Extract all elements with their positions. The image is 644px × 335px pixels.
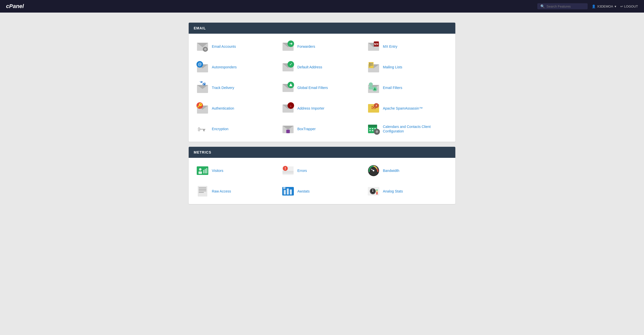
feature-item-awstats[interactable]: Awstats [279, 181, 365, 202]
svg-rect-72 [206, 168, 207, 173]
feature-item-visitors[interactable]: Visitors [194, 160, 279, 181]
svg-rect-86 [199, 192, 204, 193]
brand-text: cPanel [6, 3, 24, 9]
encryption-label: Encryption [212, 127, 228, 131]
feature-item-mx-entry[interactable]: MX MX Entry [365, 36, 450, 57]
feature-item-email-accounts[interactable]: ⚙ Email Accounts [194, 36, 279, 57]
svg-text:✓: ✓ [289, 62, 293, 66]
svg-rect-61 [372, 128, 373, 129]
svg-text:↓: ↓ [290, 104, 292, 108]
global-email-filters-icon [282, 81, 294, 94]
main-content: EMAIL ⚙ Email Accounts [189, 18, 455, 214]
feature-item-global-email-filters[interactable]: Global Email Filters [279, 77, 365, 98]
feature-item-mailing-lists[interactable]: 1 2 3 Mailing Lists [365, 57, 450, 77]
svg-text:@: @ [198, 62, 202, 66]
feature-item-apache-spamassassin[interactable]: ✉ ✗ Apache SpamAssassin™ [365, 98, 450, 119]
svg-point-96 [372, 191, 373, 192]
feature-item-analog-stats[interactable]: Analog Stats [365, 181, 450, 202]
autoresponders-label: Autoresponders [212, 65, 237, 69]
svg-rect-90 [290, 189, 292, 195]
svg-rect-70 [203, 170, 204, 173]
svg-text:MX: MX [374, 42, 379, 46]
boxtrapper-label: BoxTrapper [297, 127, 316, 131]
metrics-header-text: METRICS [194, 150, 211, 154]
feature-item-boxtrapper[interactable]: BoxTrapper [279, 119, 365, 139]
svg-text:!: ! [285, 166, 286, 170]
track-delivery-icon: 🐾 [196, 81, 209, 94]
feature-item-autoresponders[interactable]: @ Autoresponders [194, 57, 279, 77]
email-accounts-label: Email Accounts [212, 44, 236, 49]
search-input[interactable] [547, 5, 585, 8]
address-importer-label: Address Importer [297, 106, 324, 111]
svg-rect-97 [376, 192, 378, 195]
forwarders-icon: ➜ [282, 40, 294, 53]
metrics-section: METRICS Visitors [189, 147, 455, 204]
email-section: EMAIL ⚙ Email Accounts [189, 23, 455, 142]
svg-point-68 [199, 168, 202, 171]
svg-rect-60 [369, 128, 371, 129]
svg-text:🐾: 🐾 [199, 81, 206, 86]
feature-item-encryption[interactable]: 🗝 Encryption [194, 119, 279, 139]
mx-entry-label: MX Entry [383, 44, 397, 49]
svg-rect-75 [283, 172, 294, 173]
analog-stats-label: Analog Stats [383, 189, 403, 194]
feature-item-address-importer[interactable]: ↓ Address Importer [279, 98, 365, 119]
svg-rect-83 [199, 187, 206, 188]
errors-label: Errors [297, 168, 307, 173]
feature-item-forwarders[interactable]: ➜ Forwarders [279, 36, 365, 57]
search-box[interactable]: 🔍 [537, 3, 588, 9]
autoresponders-icon: @ [196, 61, 209, 73]
search-icon: 🔍 [540, 4, 545, 8]
logout-button[interactable]: ↩ LOGOUT [620, 5, 638, 8]
errors-icon: ! [282, 164, 294, 177]
feature-item-bandwidth[interactable]: Bandwidth [365, 160, 450, 181]
svg-rect-39 [369, 86, 373, 89]
metrics-section-body: Visitors ! Errors [189, 158, 455, 204]
encryption-icon: 🗝 [196, 123, 209, 135]
feature-item-calendars-contacts[interactable]: ⚙ Calendars and Contacts Client Configur… [365, 119, 450, 139]
svg-rect-88 [284, 190, 286, 195]
svg-text:➜: ➜ [289, 41, 293, 46]
bandwidth-label: Bandwidth [383, 168, 399, 173]
mailing-lists-icon: 1 2 3 [367, 61, 380, 73]
brand-logo: cPanel [6, 3, 24, 10]
email-header-text: EMAIL [194, 26, 206, 30]
email-section-body: ⚙ Email Accounts ➜ Forwarders [189, 34, 455, 142]
svg-rect-63 [369, 130, 371, 131]
calendars-contacts-icon: ⚙ [367, 123, 380, 135]
chevron-down-icon: ▾ [615, 5, 616, 8]
navbar: cPanel 🔍 👤 X3DEMOA ▾ ↩ LOGOUT [0, 0, 644, 13]
svg-point-81 [373, 170, 374, 171]
mailing-lists-label: Mailing Lists [383, 65, 402, 69]
feature-item-authentication[interactable]: 🔑 Authentication [194, 98, 279, 119]
svg-rect-69 [198, 171, 202, 174]
raw-access-label: Raw Access [212, 189, 231, 194]
user-menu[interactable]: 👤 X3DEMOA ▾ [592, 5, 617, 8]
analog-stats-icon [367, 185, 380, 198]
forwarders-label: Forwarders [297, 44, 315, 49]
feature-item-default-address[interactable]: ✓ Default Address [279, 57, 365, 77]
logout-icon: ↩ [620, 5, 623, 8]
email-section-header: EMAIL [189, 23, 455, 34]
svg-rect-99 [376, 189, 378, 190]
feature-item-errors[interactable]: ! Errors [279, 160, 365, 181]
svg-text:🗝: 🗝 [197, 124, 206, 134]
email-filters-label: Email Filters [383, 85, 402, 90]
svg-rect-85 [199, 190, 206, 191]
default-address-label: Default Address [297, 65, 322, 69]
apache-spamassassin-label: Apache SpamAssassin™ [383, 106, 423, 111]
svg-point-91 [283, 187, 286, 189]
mx-entry-icon: MX [367, 40, 380, 53]
navbar-right: 🔍 👤 X3DEMOA ▾ ↩ LOGOUT [537, 3, 638, 9]
visitors-label: Visitors [212, 168, 223, 173]
feature-item-track-delivery[interactable]: 🐾 Track Delivery [194, 77, 279, 98]
svg-rect-74 [283, 171, 294, 172]
default-address-icon: ✓ [282, 61, 294, 73]
feature-item-email-filters[interactable]: Email Filters [365, 77, 450, 98]
raw-access-icon [196, 185, 209, 198]
svg-rect-89 [287, 188, 289, 195]
boxtrapper-icon [282, 123, 294, 135]
feature-item-raw-access[interactable]: Raw Access [194, 181, 279, 202]
logout-label: LOGOUT [624, 5, 638, 8]
awstats-icon [282, 185, 294, 198]
